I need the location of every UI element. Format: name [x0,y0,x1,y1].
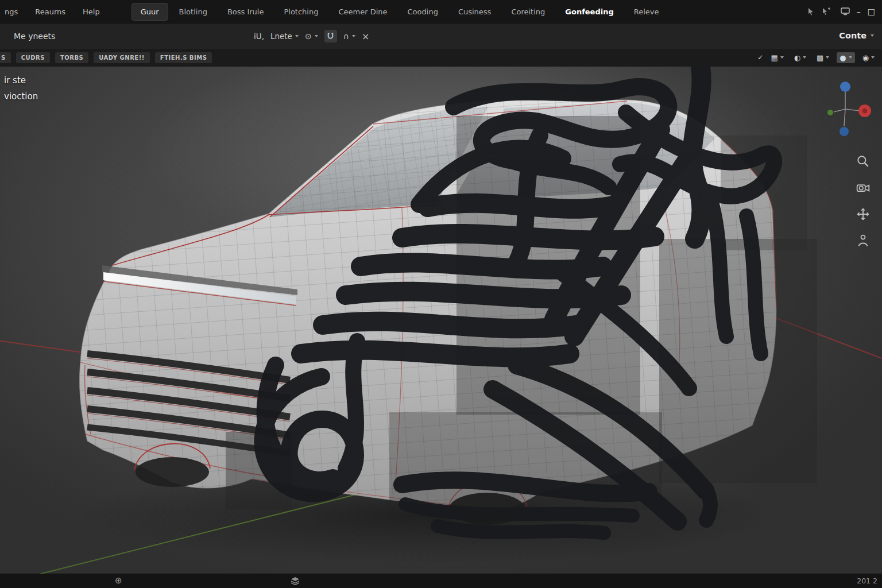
move-view-icon[interactable] [856,207,871,222]
wireframe-shading-icon: ▩ [817,54,823,61]
vheader-tab-0[interactable]: S [0,52,11,63]
window-controls: – □ [841,7,875,16]
menu-item-settings[interactable]: ngs [0,7,26,16]
gizmo-y-axis[interactable] [827,110,833,115]
orientation-value: Lnete [270,32,292,41]
viewport-side-toolbar [856,154,871,248]
context-label: Conte [839,31,866,40]
zoom-icon[interactable] [856,154,871,169]
front-wheel [136,457,209,487]
mode-selector[interactable]: Me yneets [14,24,55,49]
shading-matcap-group[interactable]: ◐ [791,52,809,63]
display-mode-icon[interactable] [841,7,850,16]
viewport-overlay-text-1: ir ste [4,75,26,86]
workspace-tab-0[interactable]: Guur [131,3,168,21]
walk-navigation-icon[interactable] [856,233,871,248]
workspace-tab-5[interactable]: Cooding [399,3,447,21]
shading-wireframe-group[interactable]: ▩ [814,52,832,63]
chevron-down-icon [780,56,784,59]
frame-counter: 201 2 [857,577,877,585]
workspace-tabs: Guur Blotling Boss Irule Plotching Ceeme… [131,0,668,23]
context-dropdown[interactable]: Conte [839,23,874,48]
workspace-tab-9[interactable]: Releve [625,3,668,21]
matcap-shading-icon: ◐ [794,54,800,61]
close-icon[interactable]: × [362,31,369,42]
chevron-down-icon [352,35,355,37]
gizmo-z-axis[interactable] [840,82,850,92]
workspace-tab-4[interactable]: Ceemer Dine [329,3,396,21]
camera-view-icon[interactable] [856,180,871,195]
pivot-icon: ⊙ [305,32,312,41]
viewport-overlay-text-2: vioction [4,91,38,102]
magnet-icon [327,33,334,40]
proportional-edit-icon: ∩ [343,32,349,41]
menu-item-help[interactable]: Help [74,7,109,16]
vheader-tab-3[interactable]: UADY GNRE!! [94,52,150,63]
minimize-button[interactable]: – [857,7,861,16]
chevron-down-icon [871,34,874,37]
workspace-tab-1[interactable]: Blotling [170,3,216,21]
workspace-tab-2[interactable]: Boss Irule [218,3,273,21]
restore-button[interactable]: □ [868,7,875,16]
vheader-tab-2[interactable]: TORBS [55,52,88,63]
shading-solid-group[interactable]: ● [837,52,854,63]
snap-prefix-label: iU, [254,32,264,41]
workspace-tab-3[interactable]: Plotching [274,3,327,21]
chevron-down-icon [826,56,829,59]
viewport-shading-cluster: ✓ ▦ ◐ ▩ ● ◉ [757,52,882,63]
chevron-down-icon [871,56,875,59]
vheader-tab-1[interactable]: CUDRS [16,52,50,63]
workspace-tab-8[interactable]: Gonfeeding [556,3,622,21]
vheader-tab-4[interactable]: FTIEH.S BIMS [155,52,212,63]
rendered-shading-icon: ◉ [862,54,869,61]
3d-viewport[interactable]: ir ste vioction [0,67,882,574]
tool-settings-bar: Me yneets iU, Lnete ⊙ ∩ × [0,23,882,49]
layers-icon[interactable] [291,577,300,585]
proportional-dropdown[interactable]: ∩ [343,32,355,41]
chevron-down-icon [803,56,806,59]
texture-shading-icon: ▦ [771,54,777,61]
shading-texture-group[interactable]: ▦ [768,52,786,63]
status-bar: ⊕ 201 2 [0,574,882,588]
navigation-gizmo[interactable] [819,77,872,141]
cursor-icon[interactable] [806,7,815,16]
chevron-down-icon [315,35,318,37]
viewport-header: S CUDRS TORBS UADY GNRE!! FTIEH.S BIMS ✓… [0,48,882,67]
cursor-tools [806,7,831,16]
gizmo-z-negative[interactable] [840,127,849,136]
check-icon: ✓ [757,53,763,61]
shading-rendered-group[interactable]: ◉ [860,52,877,63]
workspace-tab-6[interactable]: Cusiness [449,3,500,21]
chevron-down-icon [849,56,852,59]
solid-shading-icon: ● [840,54,846,61]
orientation-dropdown[interactable]: Lnete [270,32,299,41]
cursor-add-icon[interactable] [821,7,831,16]
transform-cluster: iU, Lnete ⊙ ∩ × [254,24,369,49]
topbar-right-cluster: – □ [806,7,882,16]
top-menu-bar: ngs Reaurns Help Guur Blotling Boss Irul… [0,0,882,23]
workspace-tab-7[interactable]: Coreiting [502,3,554,21]
3d-viewport-canvas[interactable] [0,67,882,574]
chevron-down-icon [295,35,299,37]
pivot-dropdown[interactable]: ⊙ [305,32,318,41]
add-circle-icon[interactable]: ⊕ [115,575,122,586]
snap-magnet-button[interactable] [324,30,337,42]
menu-item-returns[interactable]: Reaurns [26,7,74,16]
